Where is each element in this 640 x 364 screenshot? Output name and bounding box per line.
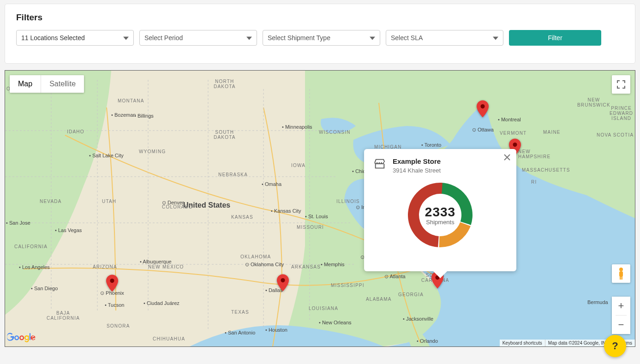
state-pei: PRINCE EDWARD ISLAND <box>610 106 633 121</box>
svg-point-6 <box>281 278 285 282</box>
help-button[interactable]: ? <box>604 335 626 357</box>
zoom-in-button[interactable]: + <box>612 297 630 315</box>
state-oklahoma: OKLAHOMA <box>240 254 271 259</box>
state-chihuahua: CHIHUAHUA <box>153 336 185 341</box>
city-memphis: Memphis <box>321 262 345 267</box>
filters-panel: Filters 11 Locations Selected Select Per… <box>5 4 635 64</box>
zoom-controls: + − <box>612 297 630 334</box>
map-container[interactable]: United States OREGON IDAHO MONTANA NORTH… <box>5 70 635 347</box>
city-ottawa: Ottawa <box>472 127 494 133</box>
city-tucson: Tucson <box>105 302 124 308</box>
city-san-diego: San Diego <box>31 286 58 291</box>
state-louisiana: LOUISIANA <box>309 306 338 311</box>
info-header: Example Store 3914 Khale Street <box>373 157 507 174</box>
locations-select[interactable]: 11 Locations Selected <box>16 30 134 46</box>
state-nebraska: NEBRASKA <box>218 172 248 177</box>
donut-label: Shipments <box>426 219 454 226</box>
state-texas: TEXAS <box>231 310 249 315</box>
city-bozeman: Bozeman <box>111 112 136 118</box>
donut-center: 2333 Shipments <box>373 180 507 250</box>
svg-point-10 <box>513 143 517 147</box>
fullscreen-icon <box>617 80 625 89</box>
state-maine: MAINE <box>543 130 561 135</box>
state-nevada: NEVADA <box>40 199 62 204</box>
sla-select[interactable]: Select SLA <box>386 30 503 46</box>
city-jacksonville: Jacksonville <box>403 316 433 322</box>
state-idaho: IDAHO <box>67 129 84 134</box>
fullscreen-button[interactable] <box>612 75 630 94</box>
filters-title: Filters <box>16 12 624 23</box>
map-type-satellite-button[interactable]: Satellite <box>41 75 84 93</box>
state-sonora: SONORA <box>107 323 130 328</box>
shipment-type-select-label: Select Shipment Type <box>268 34 330 42</box>
sla-select-label: Select SLA <box>391 34 423 42</box>
city-denver: Denver <box>162 200 184 206</box>
store-info-card: Example Store 3914 Khale Street 2333 Shi… <box>364 149 516 271</box>
locations-select-label: 11 Locations Selected <box>21 34 85 42</box>
state-wisconsin: WISCONSIN <box>319 130 351 135</box>
svg-point-5 <box>110 279 114 283</box>
pegman-icon <box>616 267 626 280</box>
city-los-angeles: Los Angeles <box>19 264 50 270</box>
donut-chart: 2333 Shipments <box>373 180 507 250</box>
marker-dallas[interactable] <box>277 274 289 292</box>
state-baja: BAJA CALIFORNIA <box>47 310 80 321</box>
state-arizona: ARIZONA <box>93 264 117 269</box>
state-missouri: MISSOURI <box>297 225 324 230</box>
svg-point-1 <box>619 268 623 271</box>
pegman-button[interactable] <box>612 264 630 283</box>
keyboard-shortcuts-link[interactable]: Keyboard shortcuts <box>500 340 545 346</box>
state-utah: UTAH <box>102 199 116 204</box>
map-type-toggle: Map Satellite <box>10 75 84 93</box>
svg-rect-3 <box>620 276 621 280</box>
city-san-antonio: San Antonio <box>225 330 255 335</box>
shipment-type-select[interactable]: Select Shipment Type <box>263 30 380 46</box>
map-background <box>5 71 635 346</box>
marker-ottawa[interactable] <box>477 100 489 118</box>
state-new-mexico: NEW MEXICO <box>148 264 184 269</box>
city-minneapolis: Minneapolis <box>282 124 312 130</box>
filters-row: 11 Locations Selected Select Period Sele… <box>16 30 624 46</box>
state-iowa: IOWA <box>291 163 305 168</box>
close-button[interactable] <box>503 154 511 163</box>
period-select-label: Select Period <box>144 34 183 42</box>
city-billings: Billings <box>134 113 154 119</box>
state-new-brunswick: NEW BRUNSWICK <box>577 97 610 107</box>
label-bermuda: Bermuda <box>587 299 608 305</box>
close-icon <box>503 154 511 161</box>
city-st-louis: St. Louis <box>305 214 328 219</box>
filter-button[interactable]: Filter <box>509 30 601 46</box>
state-kansas: KANSAS <box>231 215 253 220</box>
store-icon <box>373 157 386 170</box>
state-georgia: GEORGIA <box>398 292 424 297</box>
svg-rect-2 <box>619 271 623 277</box>
state-rhode-island: RI <box>531 179 537 185</box>
city-kansas-city: Kansas City <box>271 208 301 214</box>
store-address: 3914 Khale Street <box>393 167 441 174</box>
state-north-dakota: NORTH DAKOTA <box>214 79 236 89</box>
chevron-down-icon <box>246 35 252 41</box>
map-type-map-button[interactable]: Map <box>10 75 41 93</box>
svg-rect-4 <box>622 276 623 280</box>
state-vermont: VERMONT <box>500 131 526 136</box>
city-houston: Houston <box>265 327 287 333</box>
marker-tucson[interactable] <box>106 274 118 292</box>
state-illinois: ILLINOIS <box>336 199 360 204</box>
city-albuquerque: Albuquerque <box>140 259 172 264</box>
chevron-down-icon <box>493 35 498 41</box>
period-select[interactable]: Select Period <box>139 30 257 46</box>
donut-count: 2333 <box>425 205 455 220</box>
city-montreal: Montreal <box>498 117 521 122</box>
city-toronto: Toronto <box>421 142 441 148</box>
state-alabama: ALABAMA <box>366 297 392 302</box>
state-nova-scotia: NOVA SCOTIA <box>597 132 634 137</box>
city-las-vegas: Las Vegas <box>55 227 82 233</box>
state-mississippi: MISSISSIPPI <box>331 283 365 288</box>
city-oklahoma-city: Oklahoma City <box>245 262 284 268</box>
state-new-hampshire: NEW HAMPSHIRE <box>518 149 550 159</box>
state-california: CALIFORNIA <box>14 244 48 249</box>
zoom-out-button[interactable]: − <box>612 316 630 334</box>
store-name: Example Store <box>393 157 441 165</box>
city-orlando: Orlando <box>417 338 438 344</box>
state-wyoming: WYOMING <box>139 149 166 154</box>
